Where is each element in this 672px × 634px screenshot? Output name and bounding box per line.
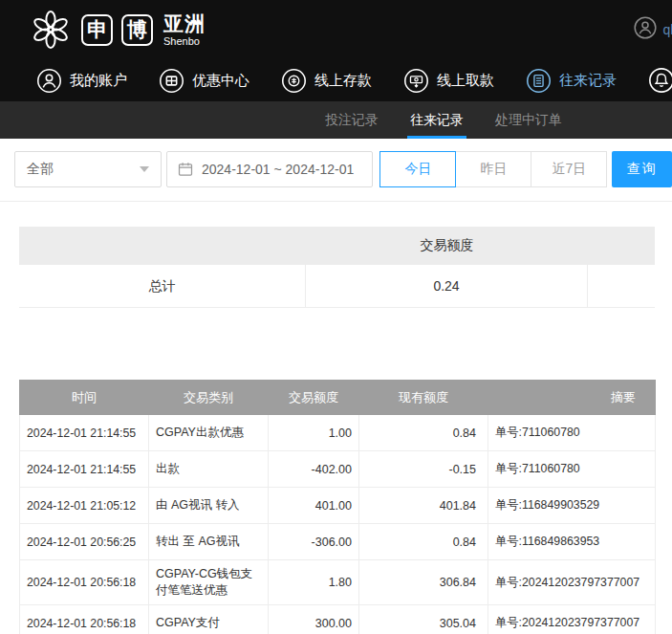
deposit-icon [281,68,307,94]
cell-summary: 单号:711060780 [488,415,656,451]
cell-type: CGPAY支付 [149,605,269,634]
summary-header-row: 交易额度 [19,227,655,265]
nav-label: 线上存款 [314,72,372,90]
username: qh [662,22,672,37]
brand-text: 亚洲 Shenbo [163,13,206,47]
brand-name-en: Shenbo [163,36,206,47]
header-summary: 摘要 [488,381,656,415]
tab-processing-orders[interactable]: 处理中订单 [492,101,565,139]
table-row: 2024-12-01 20:56:25 转出 至 AG视讯 -306.00 0.… [20,524,656,560]
header-balance: 现有额度 [359,381,488,415]
nav-promotions[interactable]: 优惠中心 [159,68,249,94]
search-button[interactable]: 查询 [612,151,672,187]
promotions-icon [159,68,184,94]
cell-balance: 401.84 [359,488,488,524]
header-time: 时间 [20,381,149,415]
quick-last7days-button[interactable]: 近7日 [531,151,607,187]
nav-label: 优惠中心 [192,72,249,90]
cell-summary: 单号:116849863953 [488,524,656,560]
cell-time: 2024-12-01 20:56:18 [20,605,149,634]
table-header-row: 时间 交易类别 交易额度 现有额度 摘要 [20,381,656,415]
cell-time: 2024-12-01 21:14:55 [20,415,149,451]
date-range-value: 2024-12-01 ~ 2024-12-01 [202,162,354,177]
user-avatar-icon [634,16,657,43]
tab-betting-records[interactable]: 投注记录 [322,101,381,139]
cell-type: 由 AG视讯 转入 [149,488,269,524]
cell-time: 2024-12-01 21:14:55 [20,451,149,488]
brand-region: 亚洲 [163,13,206,33]
cell-balance: 0.84 [359,524,488,560]
quick-date-buttons: 今日 昨日 近7日 [380,151,607,187]
type-select-value: 全部 [27,161,54,178]
table-row: 2024-12-01 21:14:55 出款 -402.00 -0.15 单号:… [20,451,656,488]
cell-balance: 0.84 [359,415,488,451]
logo-seal-shen: 申 [81,14,113,46]
logo-flower-icon [29,8,73,52]
cell-balance: 305.04 [359,605,488,634]
table-row: 2024-12-01 21:14:55 CGPAY出款优惠 1.00 0.84 … [20,415,656,451]
filter-bar: 全部 2024-12-01 ~ 2024-12-01 今日 昨日 近7日 查询 [0,139,672,202]
main-nav: 我的账户 优惠中心 线上存款 [0,59,672,101]
cell-summary: 单号:202412023797377007 [488,560,656,605]
cell-summary: 单号:116849903529 [488,488,656,524]
account-icon [36,68,62,94]
date-range-input[interactable]: 2024-12-01 ~ 2024-12-01 [166,151,373,187]
cell-amount: -402.00 [269,451,359,488]
cell-amount: 300.00 [269,605,359,634]
transactions-table: 时间 交易类别 交易额度 现有额度 摘要 2024-12-01 21:14:55… [19,380,656,634]
summary-total-row: 总计 0.24 [19,265,655,308]
nav-deposit[interactable]: 线上存款 [281,68,372,94]
quick-today-button[interactable]: 今日 [379,151,456,187]
nav-label: 我的账户 [70,72,127,90]
records-subnav: 投注记录 往来记录 处理中订单 [0,101,672,139]
cell-amount: 1.80 [269,560,359,605]
cell-type: CGPAY-CG钱包支付笔笔送优惠 [149,560,269,605]
nav-label: 线上取款 [437,72,494,90]
cell-balance: -0.15 [359,451,488,488]
brand-logo[interactable]: 申 博 亚洲 Shenbo [29,8,206,52]
withdraw-icon [403,68,429,94]
summary-header-label: 交易额度 [306,237,588,254]
records-icon [526,68,552,94]
cell-balance: 306.84 [359,560,488,605]
nav-label: 往来记录 [559,72,617,90]
header-amount: 交易额度 [269,381,359,415]
nav-withdraw[interactable]: 线上取款 [403,68,494,94]
summary-table: 交易额度 总计 0.24 [19,227,655,308]
nav-my-account[interactable]: 我的账户 [36,68,127,94]
table-row: 2024-12-01 21:05:12 由 AG视讯 转入 401.00 401… [20,488,656,524]
cell-amount: -306.00 [269,524,359,560]
table-row: 2024-12-01 20:56:18 CGPAY支付 300.00 305.0… [20,605,656,634]
transactions-body: 2024-12-01 21:14:55 CGPAY出款优惠 1.00 0.84 … [20,415,656,634]
cell-amount: 401.00 [269,488,359,524]
summary-total-label: 总计 [19,265,306,307]
header-type: 交易类别 [149,381,269,415]
page: 申 博 亚洲 Shenbo qh [0,0,672,634]
cell-type: CGPAY出款优惠 [149,415,269,451]
cell-time: 2024-12-01 20:56:25 [20,524,149,560]
cell-summary: 单号:202412023797377007 [488,605,656,634]
top-header: 申 博 亚洲 Shenbo qh [0,0,672,59]
cell-type: 出款 [149,451,269,488]
cell-time: 2024-12-01 21:05:12 [20,488,149,524]
account-widget[interactable]: qh [634,16,672,43]
logo-seal-bo: 博 [121,14,153,46]
notifications-bell-icon[interactable] [648,67,672,94]
tab-transaction-records[interactable]: 往来记录 [407,101,466,139]
cell-type: 转出 至 AG视讯 [149,524,269,560]
summary-total-value: 0.24 [306,265,588,307]
chevron-down-icon [140,166,149,172]
cell-time: 2024-12-01 20:56:18 [20,560,149,605]
cell-summary: 单号:711060780 [488,451,656,488]
cell-amount: 1.00 [269,415,359,451]
nav-transaction-records[interactable]: 往来记录 [526,68,617,94]
table-row: 2024-12-01 20:56:18 CGPAY-CG钱包支付笔笔送优惠 1.… [20,560,656,605]
calendar-icon [177,161,194,178]
type-select[interactable]: 全部 [14,151,162,187]
quick-yesterday-button[interactable]: 昨日 [455,151,531,187]
